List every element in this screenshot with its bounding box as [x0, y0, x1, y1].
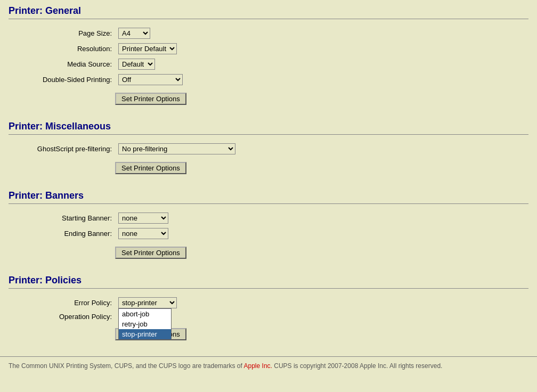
policies-button-cell: Set Printer Options: [115, 323, 528, 342]
ghostscript-label: GhostScript pre-filtering:: [9, 141, 115, 157]
misc-set-options-button[interactable]: Set Printer Options: [115, 162, 186, 174]
error-policy-option-stop-printer[interactable]: stop-printer: [119, 329, 171, 339]
page-size-cell: A4 Letter Legal A3: [115, 26, 528, 41]
operation-policy-cell: [115, 311, 528, 323]
error-policy-select[interactable]: stop-printer abort-job retry-job: [118, 297, 177, 308]
footer: The Common UNIX Printing System, CUPS, a…: [0, 356, 537, 375]
ending-banner-label: Ending Banner:: [9, 226, 115, 241]
double-sided-cell: Off On (Long Edge) On (Short Edge): [115, 72, 528, 87]
starting-banner-label: Starting Banner:: [9, 210, 115, 226]
error-policy-label: Error Policy:: [9, 295, 115, 311]
media-source-label: Media Source:: [9, 56, 115, 72]
general-button-cell: Set Printer Options: [115, 87, 528, 107]
resolution-cell: Printer Default 300dpi 600dpi 1200dpi: [115, 41, 528, 56]
ghostscript-cell: No pre-filtering application/vnd.cups-po…: [115, 141, 528, 157]
error-policy-dropdown-container: stop-printer abort-job retry-job abort-j…: [118, 297, 177, 308]
section-banners-title: Printer: Banners: [9, 190, 528, 204]
page-size-select[interactable]: A4 Letter Legal A3: [118, 28, 150, 39]
misc-button-row: Set Printer Options: [9, 157, 528, 176]
general-button-row: Set Printer Options: [9, 87, 528, 107]
general-form-table: Page Size: A4 Letter Legal A3 Resolution…: [9, 26, 528, 107]
starting-banner-cell: none standard classified confidential se…: [115, 210, 528, 226]
media-source-cell: Default Tray 1 Tray 2 Manual: [115, 56, 528, 72]
error-policy-cell: stop-printer abort-job retry-job abort-j…: [115, 295, 528, 311]
section-policies: Printer: Policies Error Policy: stop-pri…: [0, 270, 537, 351]
ending-banner-select[interactable]: none standard classified confidential se…: [118, 228, 168, 239]
general-button-spacer: [9, 87, 115, 107]
resolution-row: Resolution: Printer Default 300dpi 600dp…: [9, 41, 528, 56]
ghostscript-row: GhostScript pre-filtering: No pre-filter…: [9, 141, 528, 157]
footer-text-before: The Common UNIX Printing System, CUPS, a…: [9, 362, 244, 370]
banners-button-spacer: [9, 241, 115, 261]
section-general-title: Printer: General: [9, 5, 528, 19]
policies-button-spacer: [9, 323, 115, 342]
page-size-row: Page Size: A4 Letter Legal A3: [9, 26, 528, 41]
section-miscellaneous-title: Printer: Miscellaneous: [9, 121, 528, 135]
media-source-row: Media Source: Default Tray 1 Tray 2 Manu…: [9, 56, 528, 72]
error-policy-option-retry-job[interactable]: retry-job: [119, 319, 171, 329]
resolution-select[interactable]: Printer Default 300dpi 600dpi 1200dpi: [118, 43, 177, 54]
banners-button-cell: Set Printer Options: [115, 241, 528, 261]
banners-button-row: Set Printer Options: [9, 241, 528, 261]
misc-button-cell: Set Printer Options: [115, 157, 528, 176]
ending-banner-row: Ending Banner: none standard classified …: [9, 226, 528, 241]
starting-banner-select[interactable]: none standard classified confidential se…: [118, 213, 168, 224]
footer-apple-link[interactable]: Apple Inc.: [244, 362, 272, 370]
banners-set-options-button[interactable]: Set Printer Options: [115, 247, 186, 259]
page-size-label: Page Size:: [9, 26, 115, 41]
ghostscript-select[interactable]: No pre-filtering application/vnd.cups-po…: [118, 143, 235, 154]
banners-form-table: Starting Banner: none standard classifie…: [9, 210, 528, 261]
operation-policy-row: Operation Policy:: [9, 311, 528, 323]
section-miscellaneous: Printer: Miscellaneous GhostScript pre-f…: [0, 116, 537, 185]
operation-policy-label: Operation Policy:: [9, 311, 115, 323]
misc-button-spacer: [9, 157, 115, 176]
double-sided-label: Double-Sided Printing:: [9, 72, 115, 87]
media-source-select[interactable]: Default Tray 1 Tray 2 Manual: [118, 59, 155, 70]
general-set-options-button[interactable]: Set Printer Options: [115, 93, 186, 105]
misc-form-table: GhostScript pre-filtering: No pre-filter…: [9, 141, 528, 176]
double-sided-row: Double-Sided Printing: Off On (Long Edge…: [9, 72, 528, 87]
resolution-label: Resolution:: [9, 41, 115, 56]
policies-button-row: Set Printer Options: [9, 323, 528, 342]
error-policy-row: Error Policy: stop-printer abort-job ret…: [9, 295, 528, 311]
double-sided-select[interactable]: Off On (Long Edge) On (Short Edge): [118, 74, 183, 85]
starting-banner-row: Starting Banner: none standard classifie…: [9, 210, 528, 226]
footer-text-after: CUPS is copyright 2007-2008 Apple Inc. A…: [272, 362, 443, 370]
section-banners: Printer: Banners Starting Banner: none s…: [0, 185, 537, 270]
policies-form-table: Error Policy: stop-printer abort-job ret…: [9, 295, 528, 342]
error-policy-dropdown-open: abort-job retry-job stop-printer: [118, 308, 172, 340]
error-policy-option-abort-job[interactable]: abort-job: [119, 309, 171, 319]
section-general: Printer: General Page Size: A4 Letter Le…: [0, 0, 537, 116]
ending-banner-cell: none standard classified confidential se…: [115, 226, 528, 241]
section-policies-title: Printer: Policies: [9, 275, 528, 289]
page-wrapper: Printer: General Page Size: A4 Letter Le…: [0, 0, 537, 375]
